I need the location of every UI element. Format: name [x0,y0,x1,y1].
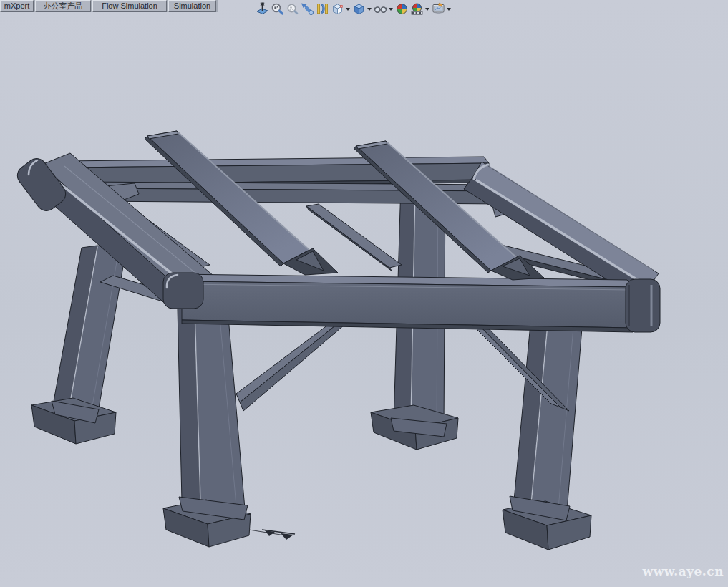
view-settings-button[interactable] [432,2,452,16]
edit-appearance-icon [395,2,409,16]
tab-simulation[interactable]: Simulation [168,0,216,12]
hide-show-items-button[interactable] [374,2,394,16]
heads-up-view-toolbar [256,1,452,16]
dropdown-caret-icon[interactable] [389,8,393,11]
normal-to-icon [256,2,269,16]
section-view-icon [316,2,329,16]
leg-front-right[interactable] [514,315,583,511]
dropdown-caret-icon[interactable] [425,8,429,11]
tab-mxpert[interactable]: mXpert [0,0,34,12]
view-orientation-button[interactable] [331,2,351,16]
view-settings-icon [432,2,445,16]
watermark: www.aye.cn [643,564,724,578]
foot-pad-front-left[interactable] [163,497,251,547]
apply-scene-button[interactable] [410,2,430,16]
dropdown-caret-icon[interactable] [346,8,350,11]
filmstrip [412,11,422,14]
display-style-icon [352,2,366,16]
normal-to-button[interactable] [256,2,269,16]
tab-label: Flow Simulation [102,2,157,10]
origin-triad[interactable] [249,530,295,540]
foot-pad-back-right[interactable] [371,405,458,450]
tab-label: 办公室产品 [44,2,83,10]
hide-show-items-icon [374,2,387,16]
previous-view-icon [301,2,314,16]
viewport-3d[interactable] [0,0,728,587]
foot-pad-front-right[interactable] [503,496,591,550]
section-view-button[interactable] [316,2,329,16]
zoom-to-area-button[interactable] [286,2,299,16]
zoom-to-fit-button[interactable] [271,2,284,16]
zoom-to-area-icon [286,2,299,16]
previous-view-button[interactable] [301,2,314,16]
front-rail-right-cap[interactable] [626,279,660,332]
display-style-button[interactable] [352,2,372,16]
leg-back-left[interactable] [53,246,126,417]
dropdown-caret-icon[interactable] [447,8,451,11]
commandmanager-tab-strip: mXpert 办公室产品 Flow Simulation Simulation [0,0,218,12]
tab-label: mXpert [4,2,29,10]
tab-label: Simulation [174,2,210,10]
view-orientation-icon [331,2,344,16]
tab-office-products[interactable]: 办公室产品 [35,0,91,12]
edit-appearance-button[interactable] [395,2,409,16]
front-rail[interactable] [163,273,660,332]
dropdown-caret-icon[interactable] [367,8,372,11]
leg-front-left[interactable] [178,306,245,508]
tab-flow-simulation[interactable]: Flow Simulation [92,0,167,12]
apply-scene-icon [410,2,424,16]
foot-pad-back-left[interactable] [31,398,116,444]
zoom-to-fit-icon [271,2,284,16]
